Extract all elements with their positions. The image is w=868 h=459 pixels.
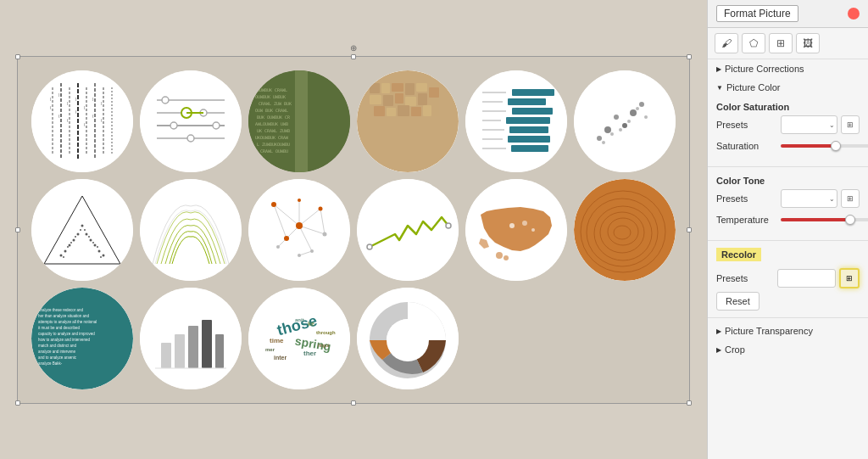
svg-point-131: [284, 236, 289, 241]
svg-text:AWLOUWBUK UWB: AWLOUWBUK UWB: [255, 121, 288, 126]
picture-corrections-header[interactable]: ▶ Picture Corrections: [708, 59, 868, 78]
svg-point-89: [636, 107, 639, 110]
saturation-row: Saturation ▲ ▼: [716, 137, 860, 154]
saturation-presets-expand[interactable]: ⊞: [841, 115, 860, 134]
circle-network: [140, 70, 242, 172]
chevron-down-icon: ⌄: [829, 121, 835, 129]
svg-point-85: [639, 102, 644, 107]
chevron-down-icon-2: ⌄: [829, 195, 835, 203]
svg-rect-62: [411, 107, 421, 116]
svg-point-94: [64, 249, 67, 252]
svg-point-130: [298, 199, 301, 202]
svg-point-84: [630, 109, 637, 116]
svg-point-110: [97, 246, 98, 248]
svg-point-109: [88, 236, 90, 238]
tone-presets-button[interactable]: ⌄: [781, 189, 837, 208]
shape-icon[interactable]: ⬠: [742, 33, 765, 53]
svg-point-33: [187, 135, 194, 142]
svg-text:time: time: [270, 337, 284, 344]
tone-presets-expand[interactable]: ⊞: [841, 189, 860, 208]
saturation-presets-row: Presets ⌄ ⊞: [716, 115, 860, 134]
saturation-slider-container: [781, 144, 868, 148]
resize-handle-tr[interactable]: [687, 54, 692, 59]
svg-point-103: [60, 254, 63, 256]
saturation-presets-button[interactable]: ⌄: [781, 115, 837, 134]
svg-rect-164: [161, 343, 171, 368]
crop-icon[interactable]: ⊞: [769, 33, 793, 53]
picture-transparency-header[interactable]: ▶ Picture Transparency: [708, 322, 868, 340]
circle-birds: )( )( )( )( )( )( )(: [31, 70, 133, 172]
circle-mountain: [31, 179, 133, 281]
svg-text:it must be  and   described: it must be and described: [38, 326, 81, 330]
resize-handle-tm[interactable]: [351, 54, 356, 59]
svg-point-112: [92, 242, 94, 243]
resize-handle-tl[interactable]: [15, 54, 20, 59]
resize-handle-bl[interactable]: [15, 400, 20, 406]
paint-brush-icon[interactable]: 🖌: [715, 33, 738, 53]
svg-point-81: [604, 126, 611, 133]
svg-rect-165: [175, 334, 185, 368]
svg-text:UK CRAWL ZUWB: UK CRAWL ZUWB: [257, 128, 290, 133]
svg-point-90: [619, 128, 622, 132]
expand-arrow-icon: ▶: [716, 65, 721, 73]
temperature-slider-container: [781, 218, 868, 221]
picture-frame[interactable]: )( )( )( )( )( )( )(: [17, 56, 690, 404]
svg-rect-58: [418, 93, 427, 105]
resize-handle-mr[interactable]: [687, 227, 692, 232]
resize-handle-ml[interactable]: [15, 227, 20, 232]
svg-point-129: [319, 206, 323, 210]
image-icon[interactable]: 🖼: [796, 33, 820, 53]
svg-point-107: [80, 229, 81, 231]
circle-arcs: [140, 179, 242, 281]
right-panel: Format Picture × 🖌 ⬠ ⊞ 🖼 ▶ Picture Corre…: [707, 0, 868, 459]
svg-point-145: [574, 179, 676, 281]
recolor-presets-dropdown[interactable]: [777, 269, 836, 288]
crop-expand-icon: ▶: [716, 346, 721, 354]
svg-point-132: [323, 232, 327, 236]
close-button[interactable]: ×: [848, 8, 860, 20]
recolor-presets-highlighted-button[interactable]: ⊞: [839, 268, 860, 288]
temperature-slider[interactable]: [781, 218, 868, 221]
svg-point-91: [644, 115, 648, 119]
svg-text:CRAWL ZUW BUK: CRAWL ZUW BUK: [259, 101, 292, 106]
svg-rect-48: [370, 83, 380, 93]
svg-rect-56: [395, 93, 403, 104]
collapse-arrow-icon: ▼: [716, 84, 723, 92]
circle-line-chart: [357, 179, 459, 281]
recolor-section: Recolor Presets ⊞ Reset: [708, 244, 868, 314]
svg-text:lingui: lingui: [318, 343, 330, 348]
svg-rect-55: [383, 95, 393, 106]
recolor-presets-row: Presets ⊞: [716, 268, 860, 288]
picture-color-header[interactable]: ▼ Picture Color: [708, 78, 868, 97]
saturation-slider[interactable]: [781, 144, 868, 148]
saturation-label: Saturation: [716, 141, 777, 151]
svg-text:OUW BUK CRAWL: OUW BUK CRAWL: [255, 108, 288, 113]
svg-rect-57: [405, 97, 416, 106]
circle-network2: [248, 179, 350, 281]
svg-rect-50: [392, 83, 403, 92]
svg-text:how to   analyze and  interven: how to analyze and intervened: [38, 338, 91, 342]
svg-text:OUWBUK CRAWL: OUWBUK CRAWL: [257, 87, 287, 92]
svg-rect-71: [511, 145, 548, 152]
svg-point-138: [446, 223, 451, 228]
svg-point-95: [69, 243, 71, 246]
svg-point-23: [140, 70, 242, 172]
svg-rect-59: [374, 106, 385, 116]
resize-handle-br[interactable]: [687, 400, 692, 406]
svg-rect-68: [506, 117, 550, 124]
tone-presets-label: Presets: [716, 193, 777, 204]
reset-button[interactable]: Reset: [716, 292, 760, 311]
svg-point-86: [610, 132, 614, 136]
resize-handle-bm[interactable]: [351, 400, 356, 406]
crop-header[interactable]: ▶ Crop: [708, 340, 868, 359]
color-tone-title: Color Tone: [716, 176, 860, 186]
picture-corrections-label: Picture Corrections: [725, 64, 804, 74]
color-saturation-title: Color Saturation: [716, 102, 860, 112]
svg-point-105: [67, 246, 69, 248]
svg-text:through: through: [316, 330, 336, 335]
divider-3: [708, 317, 868, 318]
svg-point-127: [296, 222, 303, 229]
main-canvas: )( )( )( )( )( )( )(: [0, 0, 707, 459]
svg-point-106: [75, 236, 76, 238]
svg-text:anit: anit: [295, 317, 304, 322]
